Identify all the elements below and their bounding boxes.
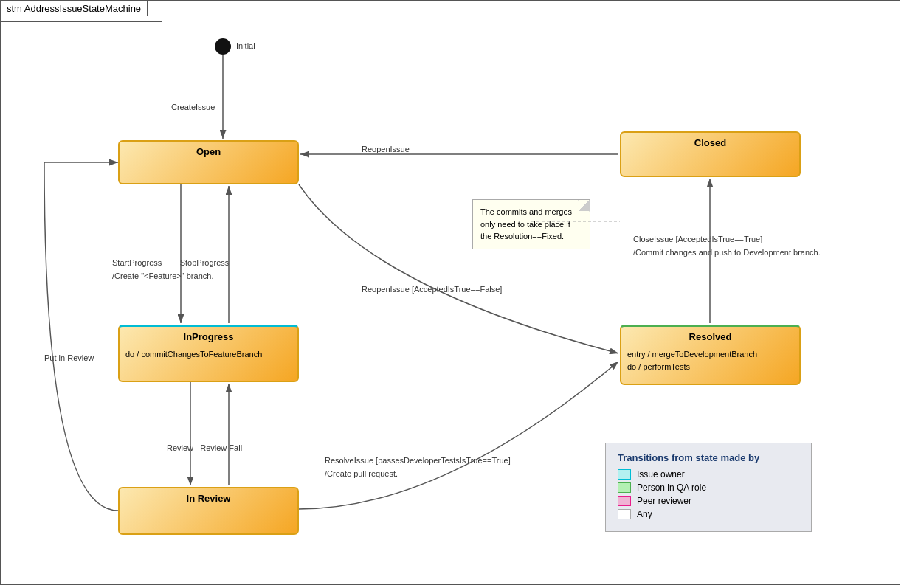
legend-color-any — [618, 509, 631, 519]
resolve-issue-label: ResolveIssue [passesDeveloperTestsIsTrue… — [325, 454, 511, 480]
resolved-title: Resolved — [621, 327, 799, 345]
closed-title: Closed — [621, 133, 799, 151]
open-title: Open — [120, 142, 297, 160]
inreview-title: In Review — [120, 488, 297, 507]
inprogress-body: do / commitChangesToFeatureBranch — [120, 345, 297, 365]
legend-item-any: Any — [618, 509, 799, 519]
inprogress-title: InProgress — [120, 327, 297, 345]
legend-title: Transitions from state made by — [618, 452, 799, 463]
inprogress-state: InProgress do / commitChangesToFeatureBr… — [118, 325, 299, 382]
initial-state — [215, 38, 231, 55]
note-box: The commits and merges only need to take… — [472, 199, 590, 249]
legend-label-qa: Person in QA role — [637, 482, 706, 493]
start-stop-labels: StartProgress StopProgress /Create "<Fea… — [112, 257, 229, 283]
reopen-false-label: ReopenIssue [AcceptedIsTrue==False] — [362, 284, 502, 295]
reopen-label: ReopenIssue — [362, 144, 410, 155]
inreview-state: In Review — [118, 487, 299, 535]
diagram-title: stm AddressIssueStateMachine — [0, 0, 148, 16]
legend-color-owner — [618, 469, 631, 480]
diagram-container: stm AddressIssueStateMachine Initial Ope… — [0, 0, 904, 588]
legend-item-qa: Person in QA role — [618, 482, 799, 493]
legend-label-owner: Issue owner — [637, 469, 685, 480]
create-issue-label: CreateIssue — [171, 102, 215, 113]
legend-label-any: Any — [637, 509, 652, 519]
resolved-state: Resolved entry / mergeToDevelopmentBranc… — [620, 325, 801, 385]
legend-color-peer — [618, 496, 631, 506]
legend-color-qa — [618, 482, 631, 493]
legend-label-peer: Peer reviewer — [637, 496, 691, 506]
note-text: The commits and merges only need to take… — [480, 207, 572, 241]
open-state: Open — [118, 140, 299, 184]
legend-box: Transitions from state made by Issue own… — [605, 443, 812, 532]
review-labels: Review Review Fail — [167, 443, 242, 454]
legend-item-owner: Issue owner — [618, 469, 799, 480]
initial-label: Initial — [236, 41, 255, 52]
legend-item-peer: Peer reviewer — [618, 496, 799, 506]
closed-state: Closed — [620, 131, 801, 177]
put-in-review-label: Put in Review — [44, 353, 94, 364]
close-issue-label: CloseIssue [AcceptedIsTrue==True] /Commi… — [633, 233, 821, 259]
resolved-body: entry / mergeToDevelopmentBranch do / pe… — [621, 345, 799, 377]
